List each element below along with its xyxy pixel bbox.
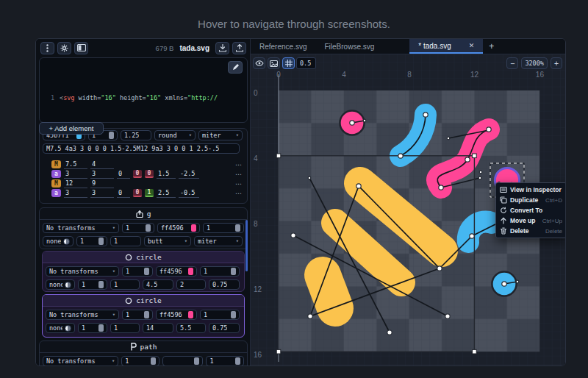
command-value[interactable]: -0.5 xyxy=(179,189,199,198)
miter-limit-field[interactable]: 1 xyxy=(110,279,140,290)
command-badge-M[interactable]: M xyxy=(51,179,61,188)
tab-reference[interactable]: Reference.svg xyxy=(251,39,315,54)
node-handle[interactable] xyxy=(439,185,443,190)
row-more-button[interactable]: ⋯ xyxy=(235,171,243,178)
node-handle[interactable] xyxy=(356,184,361,188)
group-section-header[interactable]: g xyxy=(40,208,247,220)
command-value[interactable]: -2.5 xyxy=(179,170,199,179)
upload-button[interactable] xyxy=(232,42,246,54)
circle-section-header[interactable]: circle xyxy=(43,252,244,263)
zoom-level[interactable]: 3200% xyxy=(521,57,548,69)
transforms-select[interactable]: No transforms xyxy=(43,356,118,366)
menu-item-view-in-inspector[interactable]: View in Inspector xyxy=(496,185,566,195)
node-handle[interactable] xyxy=(437,266,442,271)
tab-tada-active[interactable]: * tada.svg ✕ xyxy=(409,39,483,54)
arc-flag[interactable]: 0 xyxy=(133,189,142,197)
transforms-select[interactable]: No transforms xyxy=(43,223,119,233)
control-point[interactable] xyxy=(447,137,450,140)
node-handle[interactable] xyxy=(502,282,506,286)
code-editor[interactable]: 1<svg width="16" height="16" xmlns="http… xyxy=(39,57,248,123)
cx-field[interactable]: 14 xyxy=(143,323,173,333)
dash-field[interactable]: none xyxy=(46,323,75,333)
node-handle[interactable] xyxy=(350,121,354,125)
dash-offset-field[interactable]: 1 xyxy=(78,323,107,333)
radius-field[interactable]: 0.75 xyxy=(209,279,240,290)
stroke-color-field[interactable]: ff4596 xyxy=(156,310,197,320)
command-value[interactable]: 7.5 xyxy=(64,160,87,169)
overflow-menu-button[interactable] xyxy=(40,42,54,54)
row-more-button[interactable]: ⋯ xyxy=(235,190,243,197)
dash-field[interactable]: none xyxy=(46,279,75,290)
color-swatch[interactable] xyxy=(191,224,196,232)
bbox-handle[interactable] xyxy=(276,349,281,354)
node-handle[interactable] xyxy=(291,233,295,238)
opacity-swatch[interactable] xyxy=(146,224,151,232)
command-value[interactable]: 1.5 xyxy=(157,170,176,179)
miter-limit-field[interactable]: 1 xyxy=(110,323,140,333)
control-point[interactable] xyxy=(363,119,366,122)
circle-section-header[interactable]: circle xyxy=(43,295,244,307)
width-swatch[interactable] xyxy=(235,224,240,232)
node-handle[interactable] xyxy=(398,154,403,158)
add-element-button[interactable]: + Add element xyxy=(39,122,104,135)
row-more-button[interactable]: ⋯ xyxy=(235,161,243,168)
opacity-swatch[interactable] xyxy=(109,132,114,139)
dash-field[interactable]: none xyxy=(43,236,74,246)
linecap-select[interactable]: round xyxy=(154,130,196,140)
grid-size-input[interactable]: 0.5 xyxy=(296,57,316,69)
toggle-image-button[interactable] xyxy=(268,57,280,69)
node-handle[interactable] xyxy=(470,234,474,238)
stroke-width-field[interactable]: 1 xyxy=(206,356,244,366)
stroke-color-field[interactable]: ff4596 xyxy=(157,223,200,233)
node-handle[interactable] xyxy=(308,314,312,318)
cy-field[interactable]: 5.5 xyxy=(176,323,206,333)
command-value[interactable]: 4 xyxy=(90,160,114,169)
stroke-color-field[interactable] xyxy=(162,356,204,366)
node-handle[interactable] xyxy=(445,314,450,318)
command-badge-a[interactable]: a xyxy=(51,189,61,197)
zoom-out-button[interactable]: − xyxy=(506,57,518,69)
stroke-width-field[interactable]: 1.25 xyxy=(121,130,151,140)
edit-code-button[interactable] xyxy=(228,61,243,74)
node-handle[interactable] xyxy=(423,113,428,117)
menu-item-duplicate[interactable]: Duplicate Ctrl+D xyxy=(496,195,566,205)
command-value[interactable]: 3 xyxy=(90,189,114,198)
stroke-width-field[interactable]: 1 xyxy=(203,223,244,233)
path-section-header[interactable]: path xyxy=(40,341,247,353)
toggle-visibility-button[interactable] xyxy=(253,57,265,69)
linejoin-select[interactable]: miter xyxy=(194,236,243,246)
tab-filebrowse[interactable]: FileBrowse.svg xyxy=(315,39,383,54)
linejoin-select[interactable]: miter xyxy=(198,130,243,140)
bbox-handle[interactable] xyxy=(473,349,477,354)
new-tab-button[interactable]: + xyxy=(483,39,500,54)
opacity-field[interactable]: 1 xyxy=(122,310,153,320)
arc-flag[interactable]: 0 xyxy=(133,170,142,178)
menu-item-delete[interactable]: Delete Delete xyxy=(496,226,566,236)
command-value[interactable]: 0 xyxy=(117,170,130,179)
stroke-color-field[interactable]: ff4596 xyxy=(156,266,197,277)
cx-field[interactable]: 4.5 xyxy=(143,279,173,290)
cy-field[interactable]: 2 xyxy=(176,279,206,290)
control-point[interactable] xyxy=(308,176,311,179)
opacity-field[interactable]: 1 xyxy=(122,223,154,233)
opacity-field[interactable]: 1 xyxy=(122,266,153,277)
download-button[interactable] xyxy=(215,42,229,54)
control-point[interactable] xyxy=(479,171,482,174)
node-handle[interactable] xyxy=(387,330,392,335)
menu-item-move-up[interactable]: Move up Ctrl+Up xyxy=(496,215,566,226)
command-value[interactable]: 0 xyxy=(117,189,130,198)
zoom-in-button[interactable]: + xyxy=(551,57,562,69)
path-data-input[interactable]: M7.5 4a3 3 0 0 0 1.5-2.5M12 9a3 3 0 0 1 … xyxy=(43,143,240,154)
command-value[interactable]: 2.5 xyxy=(157,189,176,198)
command-value[interactable]: 9 xyxy=(90,179,114,188)
bbox-handle[interactable] xyxy=(473,154,477,158)
dash-offset-field[interactable]: 1 xyxy=(78,279,107,290)
arc-flag[interactable]: 0 xyxy=(145,170,154,178)
opacity-field[interactable]: 1 xyxy=(121,356,159,366)
layout-panels-button[interactable] xyxy=(74,42,88,54)
dash-offset-field[interactable]: 1 xyxy=(76,236,107,246)
bbox-handle[interactable] xyxy=(276,154,281,158)
radius-field[interactable]: 0.75 xyxy=(209,323,240,333)
linecap-select[interactable]: butt xyxy=(144,236,191,246)
left-panel-scrollbar[interactable] xyxy=(245,220,248,271)
